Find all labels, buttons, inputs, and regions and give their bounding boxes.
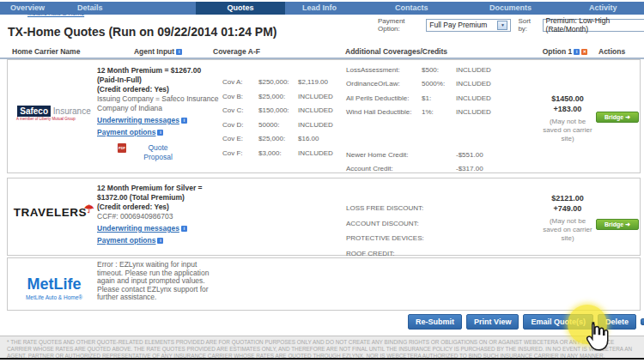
- quotes-table-header: Home Carrier Name Agent Inputi Coverage …: [0, 47, 644, 57]
- credit-value: -$551.00: [456, 151, 483, 159]
- safeco-tagline: A member of Liberty Mutual Group: [11, 117, 97, 121]
- credit-ordered-text: (Credit ordered: Yes): [97, 85, 222, 94]
- metlife-agent-input: Error : EZLynx waiting for input timeout…: [97, 258, 222, 302]
- bridge-button-label: Bridge: [605, 221, 623, 227]
- add-label: ROOF CREDIT:: [346, 250, 394, 257]
- coverage-line: Cov A:$250,000:$2,119.00: [222, 78, 346, 93]
- underwriting-messages-label: Underwriting messages: [97, 224, 179, 233]
- tab-details[interactable]: Details: [77, 2, 103, 15]
- payment-option-select[interactable]: Full Pay Premium ▼: [426, 19, 511, 32]
- premium-text: 12 Month Premium = $1267.00 (Paid-In-Ful…: [97, 66, 222, 85]
- travelers-actions: Bridge ➜: [595, 178, 640, 230]
- cov-label: Cov F:: [222, 149, 258, 157]
- payment-option-value: Full Pay Premium: [429, 21, 487, 29]
- ccf-number: CCF#: 0006940986703: [97, 212, 222, 221]
- cov-premium: INCLUDED: [298, 93, 333, 100]
- option-premium: $2121.00: [537, 193, 598, 203]
- payment-options-label: Payment options: [97, 128, 155, 136]
- travelers-option1: $2121.00 +749.00 (May not be saved on ca…: [537, 178, 598, 243]
- add-label: Wind Hail Deductible:: [346, 108, 422, 116]
- quote-row-safeco: Safeco Insurance A member of Liberty Mut…: [7, 59, 641, 173]
- safeco-logo: Safeco Insurance A member of Liberty Mut…: [11, 60, 97, 121]
- cov-premium: INCLUDED: [298, 106, 333, 114]
- credit-label: Newer Home Credit:: [346, 151, 456, 159]
- additional-line: LossAssessment:$500:INCLUDED: [346, 66, 540, 80]
- coverage-line: Cov C:$150,000:INCLUDED: [222, 106, 346, 121]
- page-title: TX-Home Quotes (Run on 09/22/2014 01:24 …: [8, 25, 277, 39]
- footer-button-bar: Re-Submit Print View Email Quote(s) Dele…: [0, 314, 644, 330]
- header-coverage: Coverage A-F: [213, 47, 260, 56]
- sort-by-value: Premium: Low-High (Rate/Month): [546, 16, 644, 33]
- bridge-button[interactable]: Bridge ➜: [596, 219, 639, 230]
- add-value: INCLUDED: [456, 108, 491, 116]
- cov-premium: INCLUDED: [298, 149, 333, 157]
- option-premium: $1450.00: [537, 94, 598, 104]
- tab-overview[interactable]: Overview: [10, 2, 45, 15]
- info-icon[interactable]: i: [176, 49, 182, 55]
- payment-option-label: Payment Option:: [378, 17, 422, 33]
- header-additional: Additional Coverages/Credits: [345, 47, 447, 56]
- travelers-additional: LOSS FREE DISCOUNT: ACCOUNT DISCOUNT: PR…: [346, 178, 540, 264]
- header-carrier: Home Carrier Name: [12, 47, 80, 56]
- add-label: LossAssessment:: [346, 66, 422, 74]
- cov-limit: $25,000:: [258, 93, 298, 100]
- travelers-agent-input: 12 Month Premium for Silver = $1372.00 (…: [97, 178, 222, 245]
- info-icon[interactable]: i: [574, 49, 580, 55]
- underwriting-messages-label: Underwriting messages: [97, 116, 179, 124]
- error-message: Error : EZLynx waiting for input timeout…: [97, 261, 217, 302]
- tab-quotes[interactable]: Quotes: [196, 2, 285, 15]
- cov-label: Cov B:: [222, 93, 258, 100]
- credit-ordered-text: (Credit ordered: Yes): [97, 203, 222, 212]
- additional-line: ACCOUNT DISCOUNT:: [346, 220, 540, 235]
- add-limit: $500:: [422, 66, 456, 74]
- underwriting-messages-link[interactable]: Underwriting messagesi: [97, 116, 222, 125]
- pdf-icon[interactable]: PDF: [118, 143, 126, 153]
- header-option1: Option 1i✕: [531, 47, 599, 56]
- payment-options-link[interactable]: Payment optionsi: [97, 128, 222, 137]
- add-limit: 1%:: [422, 108, 456, 116]
- cov-label: Cov D:: [222, 121, 258, 129]
- print-view-button[interactable]: Print View: [466, 314, 519, 330]
- tab-documents[interactable]: Documents: [489, 2, 532, 15]
- window-bottom-edge: [0, 358, 644, 360]
- info-icon[interactable]: i: [157, 130, 163, 136]
- info-icon[interactable]: i: [181, 226, 187, 232]
- header-agent-input: Agent Inputi: [96, 47, 220, 56]
- cov-label: Cov C:: [222, 106, 258, 114]
- additional-line: PROTECTIVE DEVICES:: [346, 234, 540, 250]
- header-actions: Actions: [598, 47, 625, 56]
- bridge-button[interactable]: Bridge ➜: [596, 112, 639, 123]
- tab-contacts[interactable]: Contacts: [395, 2, 428, 15]
- sort-by-select[interactable]: Premium: Low-High (Rate/Month): [543, 19, 644, 32]
- tab-lead-info[interactable]: Lead Info: [302, 2, 337, 15]
- cov-limit: 50000:: [258, 121, 298, 129]
- tab-activity[interactable]: Activity: [589, 2, 617, 15]
- bridge-button-label: Bridge: [605, 114, 623, 120]
- quote-row-metlife: MetLife MetLife Auto & Home® Error : EZL…: [7, 257, 641, 311]
- safeco-coverages: Cov A:$250,000:$2,119.00 Cov B:$25,000:I…: [222, 60, 346, 164]
- safeco-option1: $1450.00 +183.00 (May not be saved on ca…: [537, 60, 598, 143]
- cov-label: Cov E:: [222, 135, 258, 142]
- info-icon[interactable]: i: [157, 238, 163, 244]
- cov-premium: $16.00: [298, 135, 319, 142]
- safeco-actions: Bridge ➜: [595, 60, 640, 123]
- credit-value: -$317.00: [456, 165, 483, 172]
- cov-limit: $250,000:: [258, 78, 298, 86]
- cov-label: Cov A:: [222, 78, 258, 86]
- arrow-right-icon: ➜: [625, 114, 630, 120]
- underwriting-messages-link[interactable]: Underwriting messagesi: [97, 224, 222, 233]
- additional-line: OrdinanceOrLaw:5000%:INCLUDED: [346, 80, 540, 94]
- quote-proposal-link[interactable]: Quote Proposal: [138, 143, 178, 162]
- partial-edge-button[interactable]: [641, 318, 644, 325]
- top-nav: Overview Details Quotes Lead Info Contac…: [0, 2, 644, 15]
- add-value: INCLUDED: [456, 80, 491, 88]
- option-remove-icon[interactable]: ✕: [581, 49, 587, 55]
- info-icon[interactable]: i: [181, 118, 187, 124]
- payment-options-link[interactable]: Payment optionsi: [97, 236, 222, 245]
- payment-options-label: Payment options: [97, 236, 155, 245]
- additional-line: Wind Hail Deductible:1%:INCLUDED: [346, 108, 540, 122]
- credit-line: Newer Home Credit:-$551.00: [346, 151, 540, 164]
- re-submit-button[interactable]: Re-Submit: [408, 314, 462, 330]
- safeco-logo-text: Insurance: [53, 106, 91, 116]
- safeco-logo-mark: Safeco: [17, 106, 51, 117]
